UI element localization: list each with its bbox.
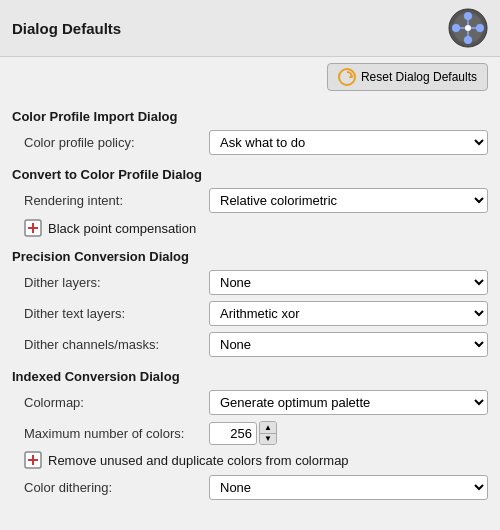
spinbox-input-max-colors[interactable] [209,422,257,445]
reset-button-label: Reset Dialog Defaults [361,70,477,84]
checkbox-x-icon [24,451,42,469]
checkbox-unchecked-icon [24,219,42,237]
spinbox-up-button[interactable]: ▲ [260,422,276,433]
section-header-color-profile-import: Color Profile Import Dialog [12,109,488,124]
select-color-profile-policy[interactable]: Ask what to do Convert to sRGB Keep embe… [209,130,488,155]
svg-point-5 [476,24,484,32]
field-row-rendering-intent: Rendering intent: Perceptual Relative co… [12,188,488,213]
field-row-dither-layers: Dither layers: None Floyd-Steinberg Redu… [12,270,488,295]
label-color-profile-policy: Color profile policy: [24,135,209,150]
field-row-dither-text-layers: Dither text layers: None Arithmetic xor … [12,301,488,326]
label-dither-channels: Dither channels/masks: [24,337,209,352]
label-black-point: Black point compensation [48,221,196,236]
label-dither-layers: Dither layers: [24,275,209,290]
label-dither-text-layers: Dither text layers: [24,306,209,321]
select-dither-text-layers[interactable]: None Arithmetic xor Floyd-Steinberg [209,301,488,326]
svg-point-3 [464,36,472,44]
label-colormap: Colormap: [24,395,209,410]
checkbox-row-black-point: Black point compensation [12,219,488,237]
section-header-indexed-conversion: Indexed Conversion Dialog [12,369,488,384]
checkbox-row-remove-unused: Remove unused and duplicate colors from … [12,451,488,469]
section-header-convert-color-profile: Convert to Color Profile Dialog [12,167,488,182]
title-bar: Dialog Defaults [0,0,500,57]
window-title: Dialog Defaults [12,20,121,37]
window: Dialog Defaults Reset Dialog Defaults [0,0,500,530]
main-content: Color Profile Import Dialog Color profil… [0,97,500,530]
svg-point-4 [452,24,460,32]
field-row-colormap: Colormap: Generate optimum palette Reuse… [12,390,488,415]
label-rendering-intent: Rendering intent: [24,193,209,208]
field-row-color-profile-policy: Color profile policy: Ask what to do Con… [12,130,488,155]
spinbox-max-colors: ▲ ▼ [209,421,277,445]
field-row-color-dithering: Color dithering: None Floyd-Steinberg [12,475,488,500]
label-max-colors: Maximum number of colors: [24,426,209,441]
select-colormap[interactable]: Generate optimum palette Reuse palette W… [209,390,488,415]
reset-dialog-defaults-button[interactable]: Reset Dialog Defaults [327,63,488,91]
spinbox-down-button[interactable]: ▼ [260,433,276,444]
field-row-dither-channels: Dither channels/masks: None Floyd-Steinb… [12,332,488,357]
select-color-dithering[interactable]: None Floyd-Steinberg [209,475,488,500]
svg-point-6 [465,25,471,31]
field-row-max-colors: Maximum number of colors: ▲ ▼ [12,421,488,445]
spinbox-buttons: ▲ ▼ [259,421,277,445]
label-remove-unused: Remove unused and duplicate colors from … [48,453,349,468]
reset-icon [338,68,356,86]
section-header-precision-conversion: Precision Conversion Dialog [12,249,488,264]
label-color-dithering: Color dithering: [24,480,209,495]
black-point-checkbox[interactable] [24,219,42,237]
app-icon [448,8,488,48]
select-rendering-intent[interactable]: Perceptual Relative colorimetric Saturat… [209,188,488,213]
select-dither-layers[interactable]: None Floyd-Steinberg Reduced noise Floyd… [209,270,488,295]
remove-unused-checkbox[interactable] [24,451,42,469]
toolbar: Reset Dialog Defaults [0,57,500,97]
svg-point-2 [464,12,472,20]
select-dither-channels[interactable]: None Floyd-Steinberg [209,332,488,357]
